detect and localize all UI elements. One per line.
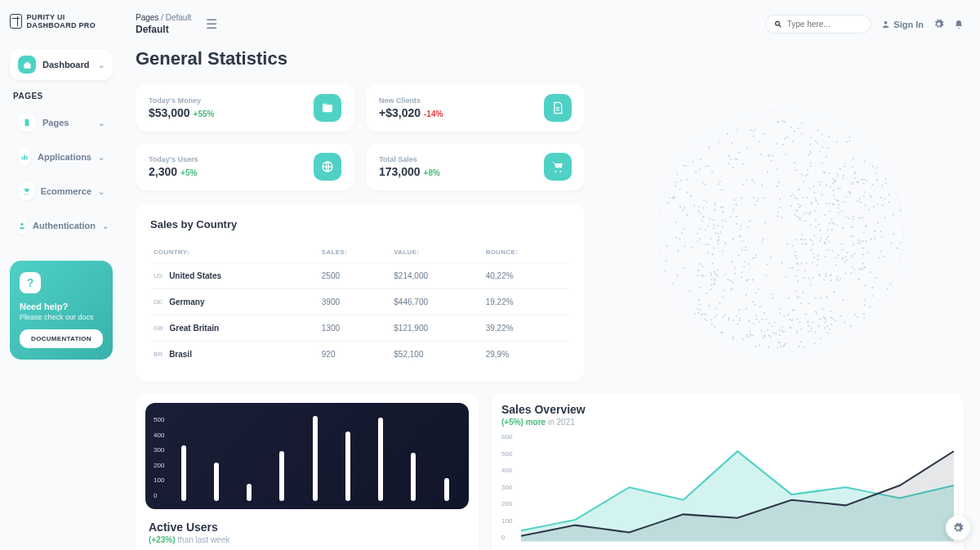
svg-point-534 <box>864 300 866 302</box>
settings-fab[interactable] <box>946 516 970 540</box>
svg-point-381 <box>858 279 860 280</box>
svg-point-158 <box>777 216 778 217</box>
svg-point-216 <box>841 210 843 212</box>
search-box[interactable] <box>765 15 871 34</box>
svg-point-470 <box>724 290 725 292</box>
chart-bar <box>313 416 318 501</box>
settings-icon[interactable] <box>933 19 944 29</box>
svg-point-70 <box>766 275 768 276</box>
svg-point-268 <box>820 238 822 239</box>
stat-delta: -14% <box>424 110 443 118</box>
svg-point-497 <box>763 198 764 199</box>
svg-point-16 <box>742 184 744 186</box>
svg-point-22 <box>697 312 699 314</box>
svg-point-414 <box>812 322 813 324</box>
svg-point-636 <box>780 346 782 347</box>
svg-point-88 <box>877 203 879 204</box>
stat-label: Today's Users <box>149 155 198 163</box>
svg-point-415 <box>817 130 819 132</box>
svg-point-9 <box>700 309 702 311</box>
svg-point-623 <box>760 306 761 307</box>
svg-point-154 <box>795 251 796 253</box>
svg-point-260 <box>710 218 711 220</box>
nav-dashboard[interactable]: Dashboard ⌄ <box>10 49 113 80</box>
svg-point-412 <box>782 326 783 328</box>
svg-point-364 <box>797 318 799 320</box>
svg-point-14 <box>697 241 698 243</box>
svg-point-469 <box>805 212 807 214</box>
nav-authentication[interactable]: Authentication ⌄ <box>10 210 113 241</box>
svg-point-357 <box>865 226 866 227</box>
chart-bar <box>345 432 350 501</box>
svg-point-344 <box>781 217 782 218</box>
stat-delta: +8% <box>424 168 440 177</box>
chevron-down-icon: ⌄ <box>98 153 105 162</box>
svg-point-267 <box>747 279 749 280</box>
menu-icon[interactable]: ☰ <box>206 16 217 32</box>
svg-point-210 <box>794 197 795 199</box>
svg-point-558 <box>853 235 854 237</box>
nav-pages[interactable]: Pages ⌄ <box>10 107 113 138</box>
chevron-down-icon: ⌄ <box>102 221 109 230</box>
svg-point-137 <box>740 226 742 227</box>
svg-point-588 <box>752 335 754 337</box>
document-icon <box>544 94 572 122</box>
globe-icon <box>650 102 911 364</box>
svg-point-548 <box>683 267 684 269</box>
svg-point-388 <box>800 239 802 240</box>
svg-point-162 <box>810 202 812 203</box>
nav-ecommerce[interactable]: Ecommerce ⌄ <box>10 176 113 207</box>
svg-point-638 <box>842 257 844 258</box>
documentation-button[interactable]: DOCUMENTATION <box>20 329 103 348</box>
signin-link[interactable]: Sign In <box>881 20 924 29</box>
svg-point-367 <box>796 210 798 212</box>
svg-point-350 <box>823 279 825 281</box>
svg-point-539 <box>698 206 700 208</box>
svg-point-265 <box>837 275 839 277</box>
svg-point-108 <box>811 249 813 251</box>
svg-point-360 <box>819 151 821 153</box>
svg-point-417 <box>810 328 812 329</box>
svg-point-29 <box>771 159 773 161</box>
svg-point-506 <box>852 166 853 168</box>
svg-point-72 <box>837 187 839 189</box>
svg-point-104 <box>686 191 688 193</box>
svg-point-256 <box>872 287 874 288</box>
svg-point-196 <box>778 181 780 183</box>
svg-point-544 <box>838 208 840 209</box>
svg-point-341 <box>686 214 688 216</box>
nav-applications[interactable]: Applications ⌄ <box>10 141 113 172</box>
svg-point-540 <box>708 305 710 306</box>
search-input[interactable] <box>787 20 863 29</box>
svg-point-146 <box>836 279 838 280</box>
svg-point-351 <box>786 243 788 244</box>
svg-point-300 <box>862 217 863 218</box>
svg-point-410 <box>818 224 820 226</box>
svg-point-238 <box>795 275 797 277</box>
svg-point-634 <box>893 214 894 216</box>
svg-point-495 <box>759 141 760 142</box>
svg-point-669 <box>864 161 866 163</box>
breadcrumb-root[interactable]: Pages <box>136 13 158 22</box>
svg-point-582 <box>826 239 827 240</box>
svg-point-224 <box>772 325 773 327</box>
svg-point-179 <box>788 297 790 299</box>
svg-point-639 <box>757 198 759 199</box>
home-icon <box>18 56 36 74</box>
svg-point-184 <box>884 198 886 199</box>
svg-point-64 <box>792 245 794 247</box>
svg-point-115 <box>762 241 764 243</box>
brand-logo[interactable]: PURITY UI DASHBOARD PRO <box>10 13 113 29</box>
svg-point-602 <box>841 244 843 245</box>
bell-icon[interactable] <box>954 20 964 29</box>
svg-point-629 <box>863 317 865 319</box>
svg-point-191 <box>814 210 816 212</box>
svg-point-125 <box>711 172 713 173</box>
svg-point-338 <box>722 226 724 228</box>
svg-point-513 <box>849 136 851 138</box>
svg-point-551 <box>835 199 836 200</box>
logo-icon <box>10 14 22 29</box>
svg-point-654 <box>811 240 813 242</box>
chart-bar <box>279 451 284 501</box>
svg-line-5 <box>779 25 781 27</box>
